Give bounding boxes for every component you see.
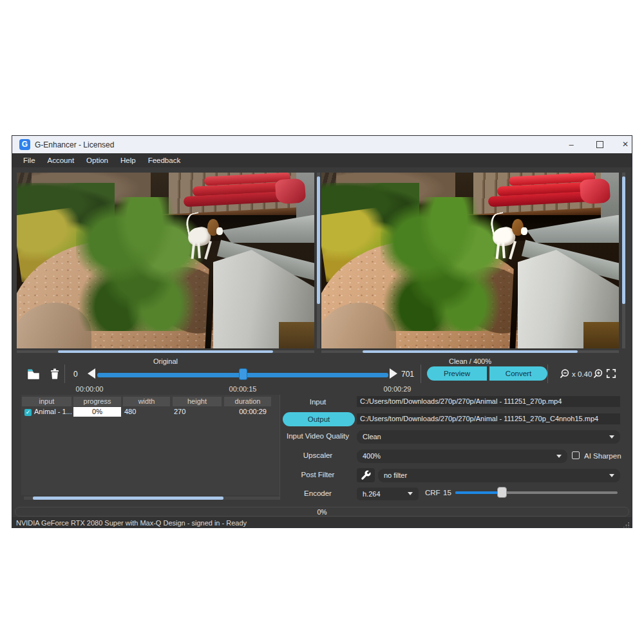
fullscreen-button[interactable] bbox=[606, 368, 616, 381]
scene-dog bbox=[489, 213, 528, 261]
upscaler-label: Upscaler bbox=[271, 451, 365, 459]
scene-water bbox=[583, 322, 619, 348]
right-pane-horizontal-scrollbar[interactable] bbox=[321, 350, 619, 353]
right-pane-vertical-scrollbar[interactable] bbox=[622, 173, 625, 348]
scene-water bbox=[279, 322, 314, 348]
enhanced-label: Clean / 400% bbox=[321, 357, 619, 365]
scene-folded-cushion bbox=[275, 178, 307, 204]
jump-end-button[interactable] bbox=[390, 368, 397, 379]
title-bar[interactable]: G G-Enhancer - Licensed – ✕ bbox=[12, 136, 632, 154]
quality-label: Input Video Quality bbox=[271, 432, 365, 440]
chevron-down-icon bbox=[556, 455, 562, 458]
maximize-button[interactable] bbox=[589, 138, 610, 151]
crf-value: 15 bbox=[443, 489, 451, 497]
original-label: Original bbox=[17, 357, 314, 365]
upscaler-value: 400% bbox=[363, 452, 381, 460]
input-path-field[interactable]: C:/Users/tom/Downloads/270p/270p/Animal … bbox=[357, 396, 620, 407]
input-label: Input bbox=[271, 398, 365, 406]
app-logo-icon: G bbox=[19, 139, 30, 150]
quality-dropdown[interactable]: Clean bbox=[357, 430, 620, 444]
resize-grip[interactable] bbox=[623, 520, 630, 528]
panel-splitter[interactable] bbox=[279, 395, 280, 500]
divider bbox=[421, 365, 421, 383]
delete-button[interactable] bbox=[48, 367, 62, 381]
timeline-start-frame: 0 bbox=[73, 370, 78, 379]
zoom-out-button[interactable] bbox=[559, 368, 570, 382]
column-header-height[interactable]: height bbox=[173, 397, 222, 406]
post-filter-label: Post Filter bbox=[271, 471, 365, 478]
menu-help[interactable]: Help bbox=[115, 156, 142, 164]
resize-grip-icon bbox=[623, 522, 630, 528]
menu-file[interactable]: File bbox=[17, 156, 42, 164]
scrollbar-thumb[interactable] bbox=[33, 497, 223, 500]
close-button[interactable]: ✕ bbox=[615, 138, 632, 151]
scrollbar-thumb[interactable] bbox=[363, 350, 578, 353]
left-pane-vertical-scrollbar[interactable] bbox=[317, 173, 320, 348]
divider bbox=[64, 365, 65, 383]
column-header-width[interactable]: width bbox=[123, 397, 170, 406]
scrollbar-thumb[interactable] bbox=[317, 176, 320, 304]
convert-button[interactable]: Convert bbox=[489, 366, 547, 381]
column-header-progress[interactable]: progress bbox=[73, 397, 121, 406]
quality-value: Clean bbox=[363, 433, 381, 440]
zoom-in-icon bbox=[592, 368, 603, 379]
trash-icon bbox=[48, 367, 61, 381]
crf-slider-fill bbox=[455, 491, 502, 494]
scrollbar-thumb[interactable] bbox=[622, 176, 625, 304]
row-input-name: Animal - 1... bbox=[34, 408, 71, 415]
timeline-thumb[interactable] bbox=[239, 368, 247, 380]
wrench-icon bbox=[360, 469, 372, 481]
scrollbar-thumb[interactable] bbox=[58, 350, 273, 353]
screenshot-canvas: G G-Enhancer - Licensed – ✕ File Account… bbox=[0, 0, 644, 644]
preview-button[interactable]: Preview bbox=[427, 366, 488, 381]
menu-feedback[interactable]: Feedback bbox=[142, 156, 187, 164]
ai-sharpen-checkbox[interactable] bbox=[572, 451, 580, 459]
left-pane-horizontal-scrollbar[interactable] bbox=[17, 350, 314, 353]
dog-snout bbox=[216, 227, 223, 235]
jump-start-button[interactable] bbox=[88, 368, 95, 379]
app-window: G G-Enhancer - Licensed – ✕ File Account… bbox=[12, 135, 632, 528]
status-bar: NVIDIA GeForce RTX 2080 Super with Max-Q… bbox=[12, 517, 632, 528]
original-preview-pane[interactable] bbox=[17, 173, 314, 348]
row-progress: 0% bbox=[73, 407, 121, 417]
zoom-out-icon bbox=[559, 368, 570, 379]
column-header-input[interactable]: input bbox=[22, 397, 71, 406]
crf-slider[interactable] bbox=[455, 491, 618, 494]
output-button[interactable]: Output bbox=[283, 412, 355, 426]
queue-horizontal-scrollbar[interactable] bbox=[24, 497, 279, 500]
encoder-dropdown[interactable]: h.264 bbox=[357, 488, 419, 500]
dog-snout bbox=[521, 227, 527, 235]
timestamp-current: 00:00:15 bbox=[229, 385, 257, 393]
encoder-value: h.264 bbox=[363, 490, 381, 498]
timeline-end-frame: 701 bbox=[401, 370, 414, 379]
chevron-down-icon bbox=[609, 474, 614, 477]
upscaler-dropdown[interactable]: 400% bbox=[357, 450, 567, 463]
crf-label: CRF bbox=[425, 489, 440, 497]
timestamp-end: 00:00:29 bbox=[384, 385, 412, 393]
zoom-in-button[interactable] bbox=[592, 368, 603, 382]
crf-slider-handle[interactable] bbox=[497, 487, 507, 498]
ai-sharpen-label: AI Sharpen bbox=[584, 452, 621, 460]
row-height: 270 bbox=[174, 408, 185, 415]
video-scene-enhanced bbox=[321, 173, 619, 348]
output-path-field[interactable]: C:/Users/tom/Downloads/270p/270p/Animal … bbox=[357, 413, 620, 424]
row-duration: 00:00:29 bbox=[224, 408, 267, 415]
enhanced-preview-pane[interactable] bbox=[321, 173, 619, 348]
row-checkbox[interactable]: ✓ bbox=[24, 409, 32, 416]
conversion-progress-bar: 0% bbox=[15, 507, 629, 516]
post-filter-dropdown[interactable]: no filter bbox=[378, 469, 620, 482]
minimize-button[interactable]: – bbox=[561, 138, 582, 151]
post-filter-config-button[interactable] bbox=[357, 468, 375, 482]
scene-folded-cushion bbox=[580, 178, 611, 204]
post-filter-value: no filter bbox=[384, 471, 407, 479]
zoom-level-value: x 0.40 bbox=[572, 370, 592, 378]
menu-option[interactable]: Option bbox=[80, 156, 115, 164]
video-scene-original bbox=[17, 173, 314, 348]
timestamp-start: 00:00:00 bbox=[76, 385, 104, 393]
open-folder-button[interactable] bbox=[26, 367, 41, 381]
chevron-down-icon bbox=[609, 435, 614, 439]
row-width: 480 bbox=[124, 408, 136, 415]
menu-account[interactable]: Account bbox=[42, 156, 81, 164]
column-header-duration[interactable]: duration bbox=[224, 397, 271, 406]
fullscreen-icon bbox=[606, 368, 616, 379]
